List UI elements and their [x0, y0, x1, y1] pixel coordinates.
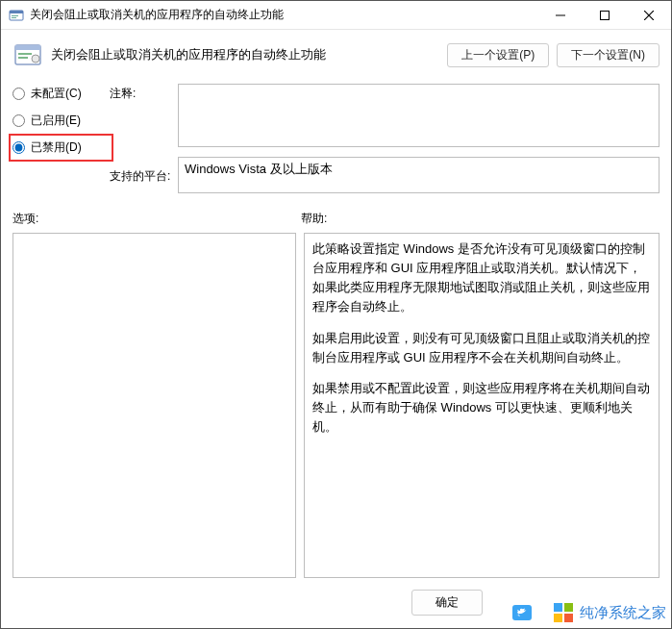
radio-enabled[interactable]: 已启用(E) — [12, 113, 104, 129]
platform-label: 支持的平台: — [110, 166, 172, 185]
svg-rect-3 — [12, 17, 16, 18]
svg-rect-2 — [12, 15, 18, 16]
svg-line-6 — [644, 11, 654, 20]
minimize-button[interactable] — [538, 1, 583, 29]
next-setting-button[interactable]: 下一个设置(N) — [557, 43, 660, 67]
help-paragraph: 如果启用此设置，则没有可见顶级窗口且阻止或取消关机的控制台应用程序或 GUI 应… — [312, 329, 651, 367]
state-radio-group: 未配置(C) 已启用(E) 已禁用(D) — [12, 84, 104, 156]
help-label: 帮助: — [301, 211, 660, 227]
comment-textarea[interactable] — [178, 84, 660, 147]
help-paragraph: 如果禁用或不配置此设置，则这些应用程序将在关机期间自动终止，从而有助于确保 Wi… — [312, 379, 651, 437]
svg-point-12 — [32, 55, 39, 63]
config-grid: 未配置(C) 已启用(E) 已禁用(D) 注释: 支持的平台: Windows … — [12, 84, 660, 193]
maximize-button[interactable] — [583, 1, 627, 29]
supported-platform-box[interactable]: Windows Vista 及以上版本 — [178, 157, 660, 193]
svg-rect-1 — [10, 11, 23, 13]
radio-disabled-input[interactable] — [12, 141, 25, 154]
radio-not-configured[interactable]: 未配置(C) — [12, 86, 104, 102]
panels-row: 此策略设置指定 Windows 是否允许没有可见顶级窗口的控制台应用程序和 GU… — [12, 233, 660, 578]
help-paragraph: 此策略设置指定 Windows 是否允许没有可见顶级窗口的控制台应用程序和 GU… — [312, 239, 651, 317]
comment-label: 注释: — [110, 84, 172, 102]
policy-icon — [12, 39, 43, 70]
close-button[interactable] — [627, 1, 671, 29]
radio-enabled-input[interactable] — [12, 114, 25, 127]
svg-rect-11 — [18, 57, 28, 59]
svg-rect-5 — [601, 11, 610, 19]
window-controls — [538, 1, 671, 29]
ok-button[interactable]: 确定 — [411, 590, 483, 616]
options-label: 选项: — [12, 211, 301, 227]
app-icon — [9, 8, 24, 23]
gp-editor-window: 关闭会阻止或取消关机的应用程序的自动终止功能 — [0, 0, 672, 629]
window-title: 关闭会阻止或取消关机的应用程序的自动终止功能 — [30, 7, 538, 23]
policy-title: 关闭会阻止或取消关机的应用程序的自动终止功能 — [51, 46, 439, 63]
previous-setting-button[interactable]: 上一个设置(P) — [447, 43, 549, 67]
content-area: 关闭会阻止或取消关机的应用程序的自动终止功能 上一个设置(P) 下一个设置(N)… — [1, 30, 671, 628]
svg-rect-9 — [15, 45, 40, 50]
titlebar: 关闭会阻止或取消关机的应用程序的自动终止功能 — [1, 1, 671, 30]
radio-disabled-label: 已禁用(D) — [31, 139, 82, 156]
header-row: 关闭会阻止或取消关机的应用程序的自动终止功能 上一个设置(P) 下一个设置(N) — [12, 39, 660, 70]
svg-rect-10 — [18, 53, 32, 55]
radio-not-configured-input[interactable] — [12, 88, 25, 100]
section-labels: 选项: 帮助: — [12, 211, 660, 227]
radio-enabled-label: 已启用(E) — [31, 113, 81, 129]
radio-disabled[interactable]: 已禁用(D) — [9, 134, 113, 162]
svg-line-7 — [644, 11, 654, 20]
supported-platform-text: Windows Vista 及以上版本 — [185, 162, 333, 176]
dialog-footer: 确定 取消 应用(A) — [12, 578, 660, 616]
help-panel: 此策略设置指定 Windows 是否允许没有可见顶级窗口的控制台应用程序和 GU… — [304, 233, 660, 578]
radio-not-configured-label: 未配置(C) — [31, 86, 82, 102]
options-panel — [12, 233, 296, 578]
